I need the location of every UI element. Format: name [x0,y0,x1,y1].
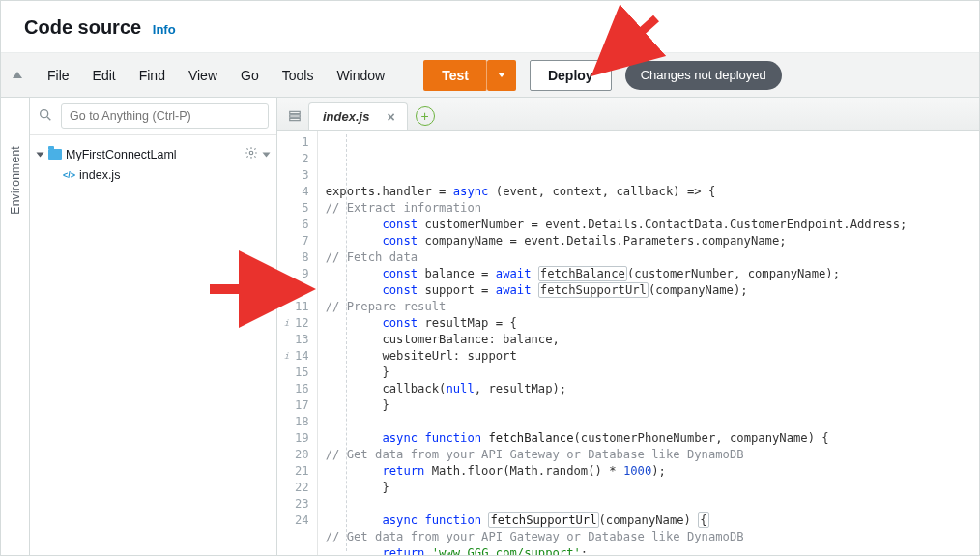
svg-point-0 [41,109,48,117]
menu-find[interactable]: Find [128,62,177,89]
line-number: 23 [295,496,309,512]
menu-go[interactable]: Go [229,62,271,89]
info-icon: i [281,351,292,362]
line-number: 18 [295,414,309,430]
code-line[interactable] [326,496,979,512]
line-number: 16 [295,381,309,397]
code-line[interactable]: websiteUrl: support [326,348,979,365]
editor-area: index.js × + 123456789101112i1314i151617… [277,98,979,555]
line-number: 11 [295,299,309,315]
code-line[interactable]: const balance = await fetchBalance(custo… [326,266,979,282]
code-line[interactable]: async function fetchBalance(customerPhon… [326,430,979,447]
go-to-anything-input[interactable] [61,103,269,129]
close-icon[interactable]: × [387,109,394,125]
line-number: 10 [295,282,309,299]
line-number: 4 [295,184,309,200]
menu-edit[interactable]: Edit [81,62,128,89]
line-number: 6 [295,217,309,233]
file-explorer: MyFirstConnectLaml </> index.js [30,98,277,555]
file-label: index.js [79,168,120,182]
code-line[interactable]: } [326,480,979,496]
info-icon: i [281,318,292,329]
menu-window[interactable]: Window [325,62,396,89]
collapse-icon[interactable] [13,72,22,78]
code-line[interactable]: // Fetch data [326,249,979,266]
line-number: 7 [295,233,309,249]
file-tree: MyFirstConnectLaml </> index.js [30,135,276,192]
code-line[interactable]: customerBalance: balance, [326,332,979,348]
toolbar: FileEditFindViewGoToolsWindow Test Deplo… [1,53,979,98]
code-line[interactable]: // Get data from your API Gateway or Dat… [326,529,979,545]
line-number: 12i [295,315,309,332]
line-number: 14i [295,348,309,365]
code-line[interactable]: exports.handler = async (event, context,… [326,184,979,200]
code-line[interactable]: const resultMap = { [326,315,979,332]
line-number: 20 [295,447,309,463]
menu-bar: FileEditFindViewGoToolsWindow [36,62,396,89]
line-number: 2 [295,151,309,167]
tab-bar: index.js × + [277,98,979,131]
project-folder-row[interactable]: MyFirstConnectLaml [36,143,271,165]
svg-rect-5 [290,118,301,120]
deploy-button[interactable]: Deploy [530,60,612,91]
code-line[interactable]: // Prepare result [326,299,979,315]
line-number: 1 [295,134,309,151]
code-line[interactable]: } [326,397,979,414]
code-line[interactable]: const customerNumber = event.Details.Con… [326,217,979,233]
workspace: Environment MyFirstConnectLaml </> index… [1,98,979,555]
gear-caret-icon [263,152,271,157]
code-line[interactable]: // Get data from your API Gateway or Dat… [326,447,979,463]
line-number: 3 [295,167,309,184]
line-number: 15 [295,365,309,381]
panel-header: Code source Info [1,1,979,53]
code-line[interactable]: const companyName = event.Details.Parame… [326,233,979,249]
environment-tab[interactable]: Environment [9,146,22,215]
line-number-gutter: 123456789101112i1314i1516171819202122232… [277,131,318,555]
line-number: 13 [295,332,309,348]
code-line[interactable]: return 'www.GGG.com/support'; [326,545,979,555]
line-number: 17 [295,397,309,414]
file-row-index-js[interactable]: </> index.js [36,165,271,185]
code-line[interactable]: async function fetchSupportUrl(companyNa… [326,512,979,529]
line-number: 9 [295,266,309,282]
page-title: Code source [24,16,141,38]
code-line[interactable] [326,414,979,430]
menu-tools[interactable]: Tools [271,62,326,89]
side-tabs: Environment [1,98,30,555]
svg-rect-3 [290,111,301,113]
info-link[interactable]: Info [153,22,176,37]
project-folder-label: MyFirstConnectLaml [66,148,177,161]
menu-view[interactable]: View [177,62,229,89]
svg-line-1 [47,117,50,120]
code-line[interactable]: } [326,365,979,381]
chevron-down-icon [37,152,44,157]
test-button-group: Test [423,60,516,91]
code-line[interactable]: const support = await fetchSupportUrl(co… [326,282,979,299]
line-number: 21 [295,463,309,480]
code-line[interactable]: return Math.floor(Math.random() * 1000); [326,463,979,480]
deploy-status-badge: Changes not deployed [625,61,782,90]
tab-label: index.js [323,109,369,124]
code-line[interactable]: // Extract information [326,200,979,217]
svg-rect-4 [290,115,301,117]
new-tab-button[interactable]: + [416,106,435,126]
go-to-anything-row [30,98,276,135]
svg-point-2 [249,151,253,155]
line-number: 8 [295,249,309,266]
line-number: 5 [295,200,309,217]
search-icon [38,107,53,126]
tab-list-icon[interactable] [283,102,306,130]
gear-icon[interactable] [245,146,258,162]
test-dropdown-button[interactable] [487,60,516,91]
code-line[interactable]: callback(null, resultMap); [326,381,979,397]
js-file-icon: </> [63,169,75,182]
folder-icon [48,149,62,160]
tab-index-js[interactable]: index.js × [308,102,408,130]
test-button[interactable]: Test [423,60,487,91]
code-editor[interactable]: 123456789101112i1314i1516171819202122232… [277,131,979,555]
line-number: 19 [295,430,309,447]
line-number: 24 [295,512,309,529]
code-content[interactable]: exports.handler = async (event, context,… [318,131,979,555]
line-number: 22 [295,480,309,496]
menu-file[interactable]: File [36,62,81,89]
